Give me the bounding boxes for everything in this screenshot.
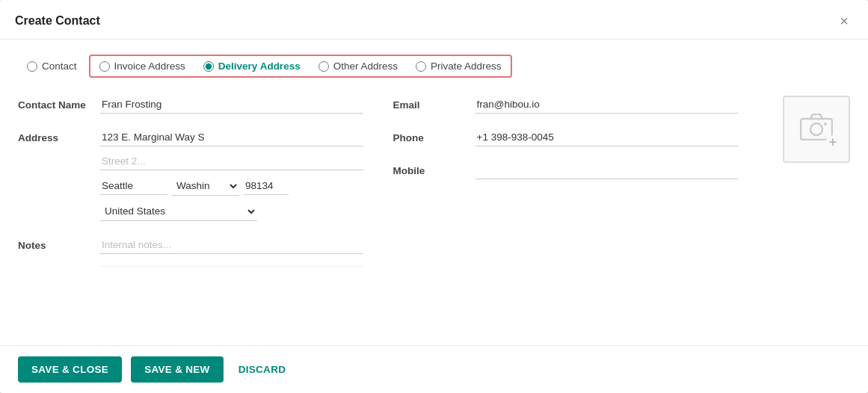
mobile-input[interactable] [475, 161, 739, 179]
email-label: Email [393, 96, 475, 111]
save-new-button[interactable]: SAVE & NEW [131, 356, 224, 383]
zip-input[interactable] [244, 177, 289, 195]
radio-other[interactable] [318, 61, 329, 72]
tab-private-label: Private Address [431, 61, 502, 72]
save-close-button[interactable]: SAVE & CLOSE [18, 356, 122, 383]
notes-input[interactable] [100, 236, 363, 254]
radio-contact[interactable] [27, 61, 37, 72]
email-row: Email [393, 96, 739, 120]
phone-input[interactable] [475, 129, 739, 146]
phone-field [475, 129, 739, 146]
close-button[interactable]: × [835, 12, 853, 30]
modal-body: Contact Invoice Address Delivery Address… [0, 40, 868, 345]
city-state-zip-row: Washin [100, 176, 363, 196]
contact-name-row: Contact Name [18, 96, 363, 120]
mobile-field [475, 161, 739, 179]
photo-upload-button[interactable]: + [783, 96, 850, 163]
tab-delivery-label: Delivery Address [218, 61, 301, 72]
city-input[interactable] [100, 177, 167, 195]
modal-header: Create Contact × [0, 0, 868, 40]
tab-contact-label: Contact [42, 61, 77, 72]
radio-delivery[interactable] [203, 61, 214, 72]
tab-contact[interactable]: Contact [18, 56, 86, 76]
email-field [475, 96, 739, 114]
contact-name-label: Contact Name [18, 96, 100, 111]
mobile-label: Mobile [393, 161, 475, 176]
modal-footer: SAVE & CLOSE SAVE & NEW DISCARD [0, 345, 868, 393]
svg-point-2 [824, 123, 827, 126]
street1-input[interactable] [100, 129, 363, 146]
modal-title: Create Contact [15, 14, 100, 28]
tab-delivery[interactable]: Delivery Address [194, 56, 310, 76]
notes-divider [100, 266, 363, 267]
create-contact-modal: Create Contact × Contact Invoice Address… [0, 0, 868, 393]
discard-button[interactable]: DISCARD [233, 356, 292, 383]
mobile-row: Mobile [393, 161, 739, 185]
tab-other-label: Other Address [333, 61, 398, 72]
right-col: + [768, 96, 850, 285]
tab-other[interactable]: Other Address [310, 56, 407, 76]
camera-icon: + [800, 114, 833, 146]
address-label: Address [18, 129, 100, 143]
tab-invoice-label: Invoice Address [114, 61, 185, 72]
street2-input[interactable] [100, 152, 363, 170]
radio-private[interactable] [416, 61, 426, 72]
contact-name-field [100, 96, 363, 114]
country-select[interactable]: United States [100, 202, 257, 221]
state-select[interactable]: Washin [172, 176, 239, 196]
address-type-tabs: Contact Invoice Address Delivery Address… [18, 55, 850, 78]
phone-row: Phone [393, 129, 739, 152]
plus-icon: + [825, 135, 840, 150]
middle-col: Email Phone Mobile [393, 96, 739, 285]
tabs-bordered-group: Invoice Address Delivery Address Other A… [89, 55, 512, 78]
tab-private[interactable]: Private Address [407, 56, 511, 76]
email-input[interactable] [475, 96, 739, 114]
tab-invoice[interactable]: Invoice Address [90, 56, 194, 76]
notes-field [100, 236, 363, 276]
left-col: Contact Name Address Washin [18, 96, 363, 285]
contact-name-input[interactable] [100, 96, 363, 114]
address-field: Washin United States [100, 129, 363, 221]
notes-row: Notes [18, 236, 363, 276]
phone-label: Phone [393, 129, 475, 143]
notes-label: Notes [18, 236, 100, 251]
address-row: Address Washin United States [18, 129, 363, 221]
form-section: Contact Name Address Washin [18, 96, 850, 285]
svg-point-1 [810, 123, 822, 135]
radio-invoice[interactable] [99, 61, 110, 72]
